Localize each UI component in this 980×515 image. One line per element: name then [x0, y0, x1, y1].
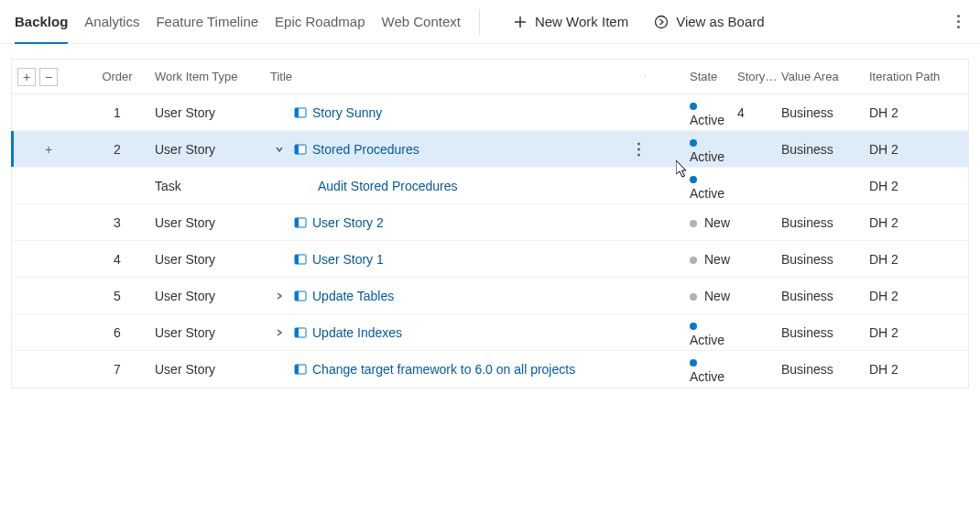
cell-state: Active: [646, 98, 737, 127]
cell-value-area: Business: [781, 215, 869, 230]
svg-rect-17: [295, 365, 299, 374]
svg-rect-6: [295, 145, 299, 154]
table-row[interactable]: 1User StoryStory SunnyActive4BusinessDH …: [12, 94, 968, 131]
cell-value-area: Business: [781, 362, 869, 377]
chevron-right-icon[interactable]: [270, 290, 289, 301]
state-indicator-icon: [690, 220, 697, 227]
tab-backlog[interactable]: Backlog: [15, 0, 68, 43]
tab-web-context[interactable]: Web Context: [382, 0, 461, 43]
expand-all-button[interactable]: +: [17, 68, 36, 86]
work-item-title-link[interactable]: User Story 1: [312, 252, 384, 267]
new-work-item-button[interactable]: New Work Item: [513, 14, 628, 29]
work-item-title-link[interactable]: Story Sunny: [312, 105, 382, 120]
cell-order: 5: [85, 289, 149, 303]
cell-iteration: DH 2: [869, 252, 968, 267]
work-item-title-link[interactable]: Change target framework to 6.0 on all pr…: [312, 362, 575, 377]
cell-value-area: Business: [781, 142, 869, 157]
cell-type: User Story: [149, 325, 268, 340]
table-row[interactable]: +2User StoryStored ProceduresActiveBusin…: [12, 131, 968, 168]
cell-title: User Story 1: [268, 252, 646, 267]
tab-feature-timeline[interactable]: Feature Timeline: [156, 0, 258, 43]
user-story-icon: [294, 106, 307, 119]
grid-header: + − Order Work Item Type Title State Sto…: [12, 60, 968, 94]
cell-value-area: Business: [781, 252, 869, 267]
plus-icon: [513, 15, 528, 29]
state-indicator-icon: [690, 103, 697, 110]
cell-title: Story Sunny: [268, 105, 646, 120]
cell-title: Audit Stored Procedures: [268, 179, 646, 193]
state-label: New: [704, 252, 730, 267]
state-indicator-icon: [690, 293, 697, 301]
state-indicator-icon: [690, 359, 697, 367]
table-row[interactable]: TaskAudit Stored ProceduresActiveDH 2: [12, 168, 968, 204]
arrow-circle-icon: [654, 15, 669, 29]
user-story-icon: [294, 253, 307, 266]
add-child-button[interactable]: +: [39, 140, 58, 159]
col-order[interactable]: Order: [85, 70, 149, 83]
cell-order: 6: [85, 325, 149, 340]
chevron-right-icon[interactable]: [270, 327, 289, 338]
collapse-all-button[interactable]: −: [39, 68, 58, 86]
tab-analytics[interactable]: Analytics: [84, 0, 139, 43]
state-label: Active: [690, 186, 724, 201]
cell-order: 7: [85, 362, 149, 377]
cell-type: User Story: [149, 105, 268, 120]
table-row[interactable]: 5User StoryUpdate TablesNewBusinessDH 2: [12, 278, 968, 314]
table-row[interactable]: 3User StoryUser Story 2NewBusinessDH 2: [12, 204, 968, 241]
cell-iteration: DH 2: [869, 325, 968, 340]
cell-type: User Story: [149, 252, 268, 267]
col-value-area[interactable]: Value Area: [781, 70, 869, 83]
state-indicator-icon: [690, 323, 697, 330]
topbar-actions: New Work Item View as Board: [513, 14, 765, 29]
table-row[interactable]: 7User StoryChange target framework to 6.…: [12, 351, 968, 388]
work-item-title-link[interactable]: Stored Procedures: [312, 142, 419, 157]
view-as-board-button[interactable]: View as Board: [654, 14, 764, 29]
svg-rect-11: [295, 255, 299, 264]
tab-epic-roadmap[interactable]: Epic Roadmap: [275, 0, 365, 43]
col-title[interactable]: Title: [268, 70, 646, 83]
cell-state: New: [646, 252, 737, 267]
cell-type: User Story: [149, 362, 268, 377]
col-iteration-path[interactable]: Iteration Path: [869, 70, 968, 83]
svg-rect-13: [295, 291, 299, 301]
cell-value-area: Business: [781, 289, 869, 303]
cell-iteration: DH 2: [869, 289, 968, 303]
cell-state: New: [646, 289, 737, 303]
cell-story-points: 4: [737, 105, 781, 120]
table-row[interactable]: 4User StoryUser Story 1NewBusinessDH 2: [12, 241, 968, 278]
table-row[interactable]: 6User StoryUpdate IndexesActiveBusinessD…: [12, 314, 968, 351]
cell-iteration: DH 2: [869, 215, 968, 230]
user-story-icon: [294, 363, 307, 376]
state-indicator-icon: [690, 139, 697, 147]
user-story-icon: [294, 326, 307, 339]
state-label: Active: [690, 149, 724, 164]
cell-state: Active: [646, 355, 737, 384]
col-work-item-type[interactable]: Work Item Type: [149, 70, 268, 83]
cell-value-area: Business: [781, 105, 869, 120]
cell-state: Active: [646, 171, 737, 201]
chevron-down-icon[interactable]: [270, 144, 289, 155]
cell-iteration: DH 2: [869, 105, 968, 120]
state-label: New: [704, 289, 730, 303]
task-icon: [294, 180, 312, 192]
cell-state: New: [646, 215, 737, 230]
col-state[interactable]: State: [646, 70, 737, 83]
cell-order: 1: [85, 105, 149, 120]
work-item-title-link[interactable]: Update Indexes: [312, 325, 402, 340]
user-story-icon: [294, 216, 307, 229]
work-item-title-link[interactable]: Audit Stored Procedures: [318, 179, 458, 193]
cell-title: Update Tables: [268, 289, 646, 303]
cell-value-area: Business: [781, 325, 869, 340]
cell-title: User Story 2: [268, 215, 646, 230]
work-item-title-link[interactable]: User Story 2: [312, 215, 384, 230]
work-item-title-link[interactable]: Update Tables: [312, 289, 394, 303]
row-more-button[interactable]: [637, 142, 640, 156]
more-menu-button[interactable]: [952, 9, 965, 34]
cell-title: Update Indexes: [268, 325, 646, 340]
svg-rect-4: [295, 108, 299, 117]
state-label: Active: [690, 333, 724, 347]
cell-type: Task: [149, 179, 268, 193]
user-story-icon: [294, 290, 307, 302]
grid-body: 1User StoryStory SunnyActive4BusinessDH …: [12, 94, 968, 388]
col-story[interactable]: Story…: [737, 70, 781, 83]
